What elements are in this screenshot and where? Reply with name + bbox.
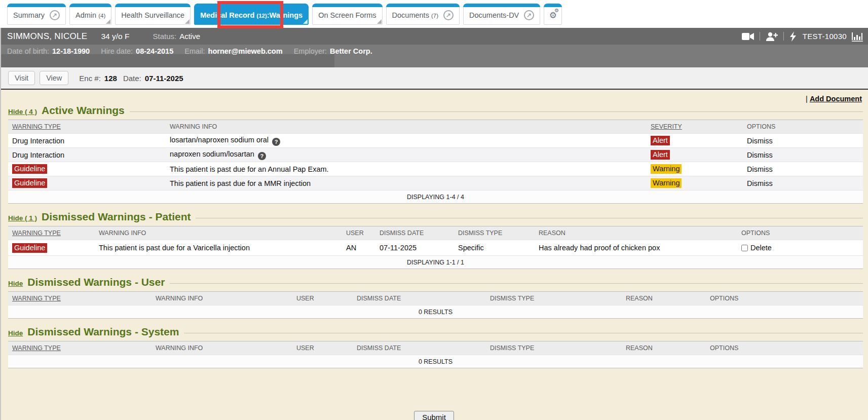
warning-info: naproxen sodium/losartan?: [170, 150, 651, 160]
tab-summary[interactable]: Summary ↗: [7, 4, 66, 25]
table-row: Drug Interaction naproxen sodium/losarta…: [8, 147, 863, 162]
severity-badge: Warning: [651, 164, 682, 174]
dismiss-link[interactable]: Dismiss: [747, 151, 773, 159]
col-dismiss-date: DISMISS DATE: [357, 345, 490, 352]
hire-date-label: Hire date:: [101, 47, 133, 55]
warning-type-badge: Guideline: [12, 178, 47, 188]
col-dismiss-date: DISMISS DATE: [357, 295, 490, 302]
table-row: Guideline This patient is past due for a…: [8, 240, 863, 255]
gear-small-icon: ⚙: [554, 8, 559, 13]
active-warnings-title: Active Warnings: [42, 104, 125, 117]
col-dismiss-type: DISMISS TYPE: [490, 345, 626, 352]
tab-medical-suffix: :Warnings: [267, 11, 303, 19]
warning-type-badge: Guideline: [12, 164, 47, 174]
col-warning-type[interactable]: WARNING TYPE: [12, 345, 156, 352]
col-warning-type[interactable]: WARNING TYPE: [12, 123, 170, 130]
col-warning-info: WARNING INFO: [170, 123, 651, 130]
warnings-page: |Add Document Hide ( 4 ) Active Warnings…: [0, 91, 868, 420]
col-options: OPTIONS: [710, 345, 863, 352]
reason-cell: Has already had proof of chicken pox: [539, 244, 741, 252]
table-row: Guideline This patient is past due for a…: [8, 176, 863, 190]
tab-admin[interactable]: Admin (4): [69, 4, 111, 25]
dob-label: Date of birth:: [7, 47, 49, 55]
options-cell: Delete: [741, 244, 863, 252]
col-warning-type[interactable]: WARNING TYPE: [12, 230, 99, 237]
submit-button[interactable]: Submit: [414, 411, 454, 420]
col-reason: REASON: [539, 230, 741, 237]
encounter-toolbar: Visit View Enc #: 128 Date: 07-11-2025: [0, 67, 868, 90]
add-person-icon[interactable]: [766, 32, 778, 41]
section-rule: [170, 283, 863, 284]
patient-name-row: SIMMONS, NICOLE 34 y/o F Status: Active …: [0, 28, 868, 45]
col-severity[interactable]: SEVERITY: [651, 123, 747, 130]
user-cell: AN: [346, 244, 380, 252]
col-warning-info: WARNING INFO: [156, 345, 296, 352]
patient-demographics-row: Date of birth: 12-18-1990 Hire date: 08-…: [0, 45, 868, 58]
employer-value: Better Corp.: [330, 47, 372, 55]
tab-documents[interactable]: Documents (7) ↗: [386, 4, 460, 25]
hide-dismissed-user-link[interactable]: Hide: [8, 280, 23, 287]
employer-label: Employer:: [294, 47, 327, 55]
patient-age-sex: 34 y/o F: [101, 32, 129, 41]
col-warning-type[interactable]: WARNING TYPE: [12, 295, 156, 302]
warning-type: Drug Interaction: [12, 137, 170, 145]
hide-active-warnings-link[interactable]: Hide ( 4 ): [8, 108, 37, 116]
popout-icon[interactable]: ↗: [50, 10, 60, 20]
dismiss-link[interactable]: Dismiss: [747, 165, 773, 173]
hide-dismissed-patient-link[interactable]: Hide ( 1 ): [8, 214, 37, 222]
warning-info: This patient is past due for a Varicella…: [99, 244, 346, 252]
severity-badge: Alert: [651, 136, 670, 145]
video-camera-icon[interactable]: [742, 32, 754, 41]
patient-header: SIMMONS, NICOLE 34 y/o F Status: Active …: [0, 28, 868, 67]
table-paging-status: DISPLAYING 1-1 / 1: [8, 255, 863, 269]
lightning-bolt-icon[interactable]: [789, 31, 797, 42]
submit-row: Submit: [0, 411, 868, 420]
visit-button[interactable]: Visit: [8, 71, 35, 85]
tab-summary-label: Summary: [13, 11, 45, 19]
tab-documents-label: Documents: [392, 11, 429, 19]
tab-documents-dv[interactable]: Documents-DV ↗: [463, 4, 540, 25]
tab-medical-label: Medical Record: [200, 11, 254, 19]
hide-dismissed-system-link[interactable]: Hide: [8, 329, 23, 337]
view-button[interactable]: View: [40, 71, 68, 85]
delete-checkbox[interactable]: [741, 245, 748, 251]
table-row: Guideline This patient is past due for a…: [8, 162, 863, 176]
tab-settings-gear-button[interactable]: ⚙ ⚙: [544, 4, 562, 25]
dismiss-link[interactable]: Dismiss: [747, 137, 773, 145]
status-label: Status:: [153, 32, 176, 41]
tab-documents-dv-label: Documents-DV: [469, 11, 519, 19]
table-empty-status: 0 RESULTS: [8, 355, 863, 368]
bar-chart-icon[interactable]: [852, 31, 863, 42]
tab-on-screen-forms[interactable]: On Screen Forms: [312, 4, 382, 25]
section-rule: [184, 333, 863, 333]
warning-info: This patient is past due for an Annual P…: [170, 165, 651, 173]
dismissed-system-table: WARNING TYPE WARNING INFO USER DISMISS D…: [8, 341, 863, 368]
enc-date-value: 07-11-2025: [145, 74, 183, 83]
active-warnings-header-row: WARNING TYPE WARNING INFO SEVERITY OPTIO…: [8, 120, 863, 133]
options-cell: Dismiss: [747, 165, 863, 173]
popout-icon[interactable]: ↗: [524, 10, 534, 20]
warning-type-badge: Guideline: [12, 243, 47, 253]
dismissed-user-title: Dismissed Warnings - User: [27, 276, 165, 288]
dismissed-system-title: Dismissed Warnings - System: [27, 326, 179, 338]
warning-type: Drug Interaction: [12, 151, 170, 159]
tab-documents-count: (7): [431, 12, 438, 19]
dismiss-link[interactable]: Dismiss: [747, 179, 773, 187]
patient-id: TEST-10030: [803, 32, 847, 41]
add-document-row: |Add Document: [806, 95, 862, 103]
tab-health-surveillance[interactable]: Health Surveillance: [115, 4, 191, 25]
severity-badge: Warning: [651, 178, 682, 188]
dismissed-patient-header: Hide ( 1 ) Dismissed Warnings - Patient: [8, 211, 863, 223]
enc-date-label: Date:: [123, 74, 141, 83]
help-icon[interactable]: ?: [258, 152, 266, 160]
tab-medical-record-warnings[interactable]: Medical Record (12) :Warnings: [194, 4, 309, 25]
add-document-link[interactable]: Add Document: [810, 95, 862, 103]
section-rule: [196, 218, 863, 218]
popout-icon[interactable]: ↗: [443, 10, 454, 20]
help-icon[interactable]: ?: [272, 138, 280, 146]
col-options: OPTIONS: [747, 123, 863, 130]
col-options: OPTIONS: [710, 295, 863, 302]
dob-value: 12-18-1990: [52, 47, 90, 55]
options-cell: Dismiss: [747, 137, 863, 145]
warning-info: This patient is past due for a MMR injec…: [170, 179, 651, 187]
